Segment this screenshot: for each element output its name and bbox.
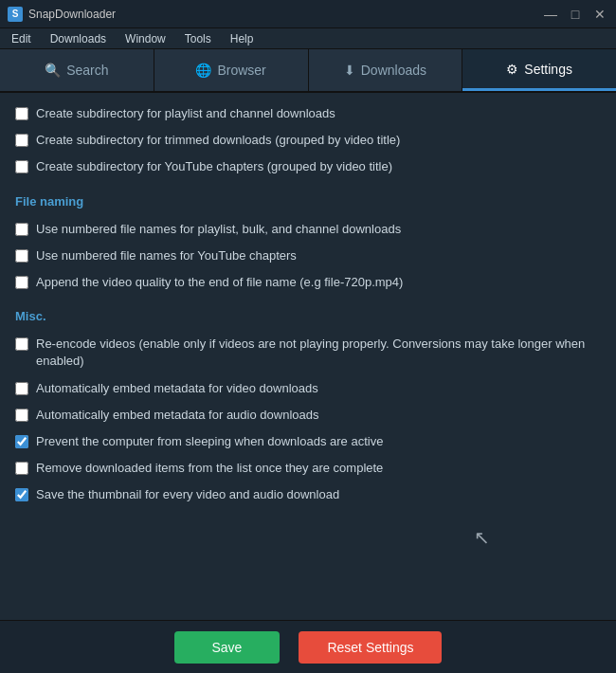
checkbox-row-append-quality: Append the video quality to the end of f…: [15, 269, 601, 296]
checkbox-row-subdir-chapters: Create subdirectory for YouTube chapters…: [15, 154, 601, 180]
settings-content: Create subdirectory for playlist and cha…: [0, 93, 616, 620]
label-reencode[interactable]: Re-encode videos (enable only if videos …: [36, 336, 601, 370]
heading-misc: Misc.: [15, 309, 601, 323]
settings-icon: ⚙: [506, 62, 518, 77]
browser-icon: 🌐: [195, 63, 211, 78]
menu-edit[interactable]: Edit: [4, 30, 39, 47]
tab-settings[interactable]: ⚙ Settings: [462, 49, 616, 91]
label-embed-meta-audio[interactable]: Automatically embed metadata for audio d…: [36, 407, 318, 424]
minimize-button[interactable]: —: [542, 6, 559, 23]
checkbox-row-numbered-playlist: Use numbered file names for playlist, bu…: [15, 216, 601, 243]
heading-file-naming: File naming: [15, 194, 601, 209]
checkbox-row-numbered-chapters: Use numbered file names for YouTube chap…: [15, 243, 601, 269]
checkbox-save-thumbnail[interactable]: [15, 488, 28, 501]
label-save-thumbnail[interactable]: Save the thumbnail for every video and a…: [36, 486, 339, 503]
checkbox-row-subdir-trimmed: Create subdirectory for trimmed download…: [15, 127, 601, 154]
tab-browser[interactable]: 🌐 Browser: [154, 49, 309, 91]
checkbox-embed-meta-video[interactable]: [15, 382, 28, 395]
downloads-icon: ⬇: [344, 63, 355, 78]
tab-settings-label: Settings: [524, 62, 572, 77]
checkbox-row-subdir-playlist: Create subdirectory for playlist and cha…: [15, 100, 601, 127]
checkbox-reencode[interactable]: [15, 337, 28, 351]
window-controls: — □ ✕: [542, 6, 608, 23]
save-button[interactable]: Save: [174, 631, 281, 664]
label-numbered-playlist[interactable]: Use numbered file names for playlist, bu…: [36, 221, 401, 238]
tab-search[interactable]: 🔍 Search: [0, 49, 154, 91]
checkbox-subdir-trimmed[interactable]: [15, 134, 28, 147]
checkbox-embed-meta-audio[interactable]: [15, 409, 28, 422]
tab-downloads-label: Downloads: [361, 63, 426, 78]
checkbox-prevent-sleep[interactable]: [15, 435, 28, 448]
checkbox-row-save-thumbnail: Save the thumbnail for every video and a…: [15, 482, 601, 508]
close-button[interactable]: ✕: [591, 6, 608, 23]
checkbox-numbered-chapters[interactable]: [15, 249, 28, 263]
section-misc: Misc. Re-encode videos (enable only if v…: [15, 309, 601, 508]
section-file-naming: File naming Use numbered file names for …: [15, 194, 601, 297]
label-prevent-sleep[interactable]: Prevent the computer from sleeping when …: [36, 433, 383, 450]
menu-downloads[interactable]: Downloads: [43, 30, 114, 47]
maximize-button[interactable]: □: [567, 6, 584, 23]
tab-downloads[interactable]: ⬇ Downloads: [309, 49, 463, 91]
label-append-quality[interactable]: Append the video quality to the end of f…: [36, 274, 403, 291]
checkbox-subdir-chapters[interactable]: [15, 160, 28, 173]
menu-window[interactable]: Window: [118, 30, 173, 47]
label-subdir-trimmed[interactable]: Create subdirectory for trimmed download…: [36, 132, 400, 149]
checkbox-row-embed-meta-video: Automatically embed metadata for video d…: [15, 375, 601, 402]
title-bar: S SnapDownloader — □ ✕: [0, 0, 616, 28]
checkbox-row-prevent-sleep: Prevent the computer from sleeping when …: [15, 428, 601, 455]
tab-search-label: Search: [66, 63, 108, 78]
checkbox-remove-complete[interactable]: [15, 462, 28, 475]
checkbox-subdir-playlist[interactable]: [15, 107, 28, 120]
app-title: SnapDownloader: [28, 8, 542, 21]
menu-help[interactable]: Help: [223, 30, 262, 47]
section-subdirectory: Create subdirectory for playlist and cha…: [15, 100, 601, 181]
reset-settings-button[interactable]: Reset Settings: [299, 631, 442, 664]
search-icon: 🔍: [45, 63, 61, 78]
checkbox-row-reencode: Re-encode videos (enable only if videos …: [15, 331, 601, 374]
footer: Save Reset Settings: [0, 620, 616, 673]
label-subdir-chapters[interactable]: Create subdirectory for YouTube chapters…: [36, 158, 392, 175]
app-icon: S: [8, 7, 23, 22]
label-remove-complete[interactable]: Remove downloaded items from the list on…: [36, 460, 383, 477]
tab-bar: 🔍 Search 🌐 Browser ⬇ Downloads ⚙ Setting…: [0, 49, 616, 93]
label-numbered-chapters[interactable]: Use numbered file names for YouTube chap…: [36, 247, 297, 264]
checkbox-append-quality[interactable]: [15, 276, 28, 289]
checkbox-row-remove-complete: Remove downloaded items from the list on…: [15, 455, 601, 482]
checkbox-row-embed-meta-audio: Automatically embed metadata for audio d…: [15, 402, 601, 428]
menu-tools[interactable]: Tools: [177, 30, 219, 47]
label-subdir-playlist[interactable]: Create subdirectory for playlist and cha…: [36, 105, 335, 122]
menu-bar: Edit Downloads Window Tools Help: [0, 28, 616, 49]
checkbox-numbered-playlist[interactable]: [15, 223, 28, 236]
tab-browser-label: Browser: [217, 63, 265, 78]
label-embed-meta-video[interactable]: Automatically embed metadata for video d…: [36, 380, 318, 397]
